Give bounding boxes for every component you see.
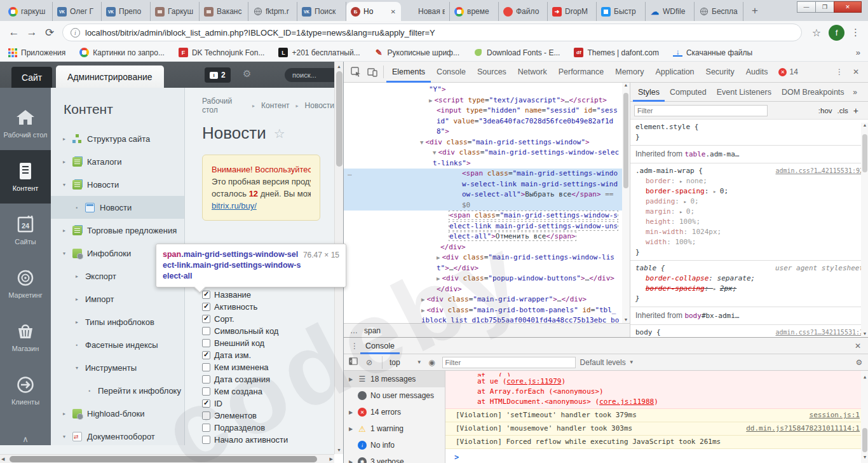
expand-icon[interactable]: ▶ [349, 377, 354, 382]
menu-item-goto-iblock[interactable]: ▪Перейти к инфоблоку [51, 379, 184, 402]
devtools-tab-memory[interactable]: Memory [609, 62, 649, 83]
css-declaration[interactable]: height: 100%; [635, 217, 864, 227]
scroll-down-icon[interactable]: ▼ [622, 317, 630, 322]
scroll-up-icon[interactable]: ▲ [861, 372, 868, 382]
bookmark-apps[interactable]: Приложения [8, 48, 65, 57]
css-declaration[interactable]: border-spacing: ▸ 0; [635, 186, 864, 197]
scroll-up-icon[interactable]: ▲ [335, 62, 343, 71]
tab-computed[interactable]: Computed [665, 83, 712, 102]
menu-item-catalogs[interactable]: ▸Каталоги [51, 150, 184, 173]
dom-node[interactable]: </div> [344, 284, 630, 295]
administration-tab[interactable]: Администрирование [56, 66, 164, 88]
devtools-tab-performance[interactable]: Performance [553, 62, 610, 83]
sidebar-errors[interactable]: ▶✕14 errors [344, 404, 445, 420]
scrollbar-thumb[interactable] [336, 71, 342, 167]
devtools-tab-console[interactable]: Console [431, 62, 471, 83]
source-link[interactable]: dd.min.js?158478231011114:1 [746, 424, 860, 434]
checkbox[interactable] [202, 339, 210, 347]
browser-tab[interactable]: Гаркуш [151, 2, 200, 21]
column-option[interactable]: Сорт. [202, 313, 334, 325]
browser-tab[interactable]: Gгаркуш [4, 2, 53, 21]
style-rule[interactable]: element.style { } [630, 120, 868, 146]
expand-arrow-icon[interactable]: ▸ [60, 159, 69, 165]
drawer-close-icon[interactable]: ✕ [852, 342, 864, 350]
more-actions-icon[interactable]: … [348, 169, 352, 179]
checkbox[interactable] [202, 436, 210, 444]
sidebar-user-messages[interactable]: No user messages [344, 387, 445, 404]
bookmark[interactable]: FDK Technojunk Fon... [179, 48, 265, 57]
breadcrumb-link[interactable]: Новости [305, 101, 334, 110]
menu-item-offers[interactable]: ▸Торговые предложения [51, 219, 184, 242]
page-info-icon[interactable]: i [71, 28, 80, 38]
menu-item-import[interactable]: ▸Импорт [51, 287, 184, 310]
drawer-menu-icon[interactable]: ⋮ [349, 342, 360, 350]
bookmark-downloads[interactable]: ↓Скачанные файлы [673, 48, 752, 57]
console-tab[interactable]: Console [360, 338, 400, 354]
scroll-right-icon[interactable]: ▶ [330, 457, 333, 462]
dom-node-selected[interactable]: …<span class="main-grid-settings-window-… [344, 169, 630, 211]
bookmark[interactable]: ✎Рукописные шриф... [374, 48, 459, 57]
browser-tab[interactable]: VKПрепо [102, 2, 151, 21]
reload-button[interactable]: ⟳ [41, 24, 58, 41]
menu-item-tools[interactable]: ▾Инструменты [51, 356, 184, 379]
tab-styles[interactable]: Styles [633, 83, 665, 102]
column-option[interactable]: Дата изм. [202, 349, 334, 361]
context-selector[interactable]: top▼ [390, 358, 422, 367]
checkbox[interactable] [202, 315, 210, 323]
sidebar-warnings[interactable]: ▶⚠1 warning [344, 420, 445, 437]
scrollbar-thumb[interactable] [623, 93, 628, 188]
column-option[interactable]: Активность [202, 301, 334, 313]
checkbox[interactable] [202, 351, 210, 359]
bookmarks-overflow-chevron[interactable]: » [856, 48, 860, 57]
column-option[interactable]: Начало активности [202, 434, 334, 445]
sidebar-all-messages[interactable]: ▶☰18 messages [344, 371, 445, 387]
menu-item-news[interactable]: ▾Новости [51, 173, 184, 196]
bookmark-star-icon[interactable]: ☆ [812, 27, 821, 39]
bookmark[interactable]: dfThemes | dafont.com [574, 48, 659, 57]
scroll-down-icon[interactable]: ▼ [335, 445, 343, 454]
violation-message[interactable]: [Violation] Forced reflow while executin… [445, 436, 868, 449]
clear-console-icon[interactable]: ⊘ [363, 358, 375, 367]
admin-search-input[interactable]: поиск... [285, 68, 334, 82]
breadcrumb-ellipsis[interactable]: … [350, 326, 358, 335]
forward-button[interactable]: → [23, 24, 41, 41]
browser-tab[interactable]: fktpm.r [248, 2, 297, 21]
expand-arrow-icon[interactable]: ▸ [72, 273, 81, 279]
checkbox[interactable] [202, 387, 210, 396]
dom-node[interactable]: <span class="main-grid-settings-window-s… [344, 211, 630, 242]
column-option[interactable]: Символьный код [202, 325, 334, 337]
browser-tab[interactable]: ☁WDfile [646, 2, 695, 21]
breadcrumb-link[interactable]: Контент [261, 101, 289, 110]
error-stack-message[interactable]: at … (…) at ue (core.js:11979) at Array.… [445, 371, 868, 409]
browser-tab[interactable]: Беспла [695, 2, 743, 21]
scrollbar-thumb[interactable] [862, 134, 867, 172]
devtools-tab-network[interactable]: Network [512, 62, 553, 83]
maximize-button[interactable]: ❐ [815, 1, 834, 13]
scroll-down-icon[interactable]: ▼ [861, 331, 868, 336]
css-declaration[interactable]: padding: ▸ 0; [635, 197, 864, 207]
console-prompt[interactable]: > [445, 449, 868, 462]
new-tab-button[interactable]: + [746, 2, 764, 20]
breadcrumb-link[interactable]: Рабочий стол [202, 97, 246, 114]
hover-toggle[interactable]: :hov [818, 107, 832, 114]
styles-scrollbar[interactable]: ▲ ▼ [861, 123, 868, 337]
rail-collapse-chevron[interactable]: ∧ [0, 434, 51, 444]
page-horizontal-scrollbar[interactable]: ◀ ▶ [0, 454, 334, 463]
devtools-tab-audits[interactable]: Audits [740, 62, 774, 83]
browser-tab[interactable]: VKОлег Г [53, 2, 102, 21]
stylesheet-link[interactable]: admin.css?1…342115531:2 [776, 328, 864, 337]
devtools-menu-icon[interactable]: ⋮ [831, 64, 848, 80]
close-button[interactable]: ✕ [834, 1, 862, 13]
rail-item-desktop[interactable]: Рабочий стол [0, 97, 51, 150]
expand-icon[interactable]: ▶ [349, 410, 354, 415]
expand-arrow-icon[interactable]: ▸ [60, 411, 69, 417]
menu-item-highload[interactable]: ▸Highload-блоки [51, 402, 184, 425]
profile-avatar[interactable]: f [829, 25, 844, 41]
checkbox[interactable] [202, 327, 210, 335]
menu-item-facet-indexes[interactable]: ▪Фасетные индексы [51, 333, 184, 356]
scroll-up-icon[interactable]: ▲ [861, 123, 868, 127]
dom-node[interactable]: <input type="hidden" name="sessid" id="s… [344, 106, 630, 137]
collapse-arrow-icon[interactable]: ▾ [72, 365, 81, 371]
scrollbar-thumb[interactable] [862, 428, 867, 452]
collapse-arrow-icon[interactable]: ▾ [60, 182, 69, 188]
